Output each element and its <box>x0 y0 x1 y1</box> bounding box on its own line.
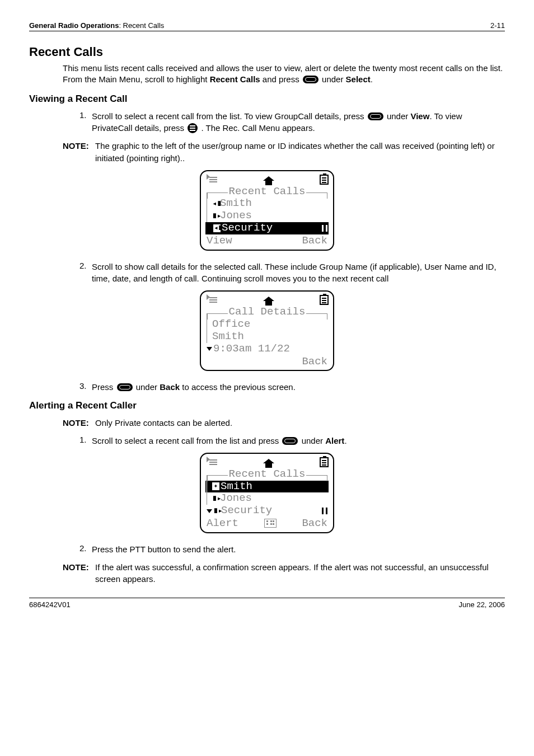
breadcrumb-section: General Radio Operations <box>29 21 119 30</box>
battery-icon <box>320 457 329 467</box>
softkey-icon <box>303 76 318 83</box>
page-title: Recent Calls <box>29 45 505 59</box>
step-text: under <box>134 382 160 392</box>
page-number: 2-11 <box>490 21 505 30</box>
note-1: NOTE: The graphic to the left of the use… <box>63 140 505 165</box>
step-text: under <box>299 436 325 445</box>
intro-paragraph: This menu lists recent calls received an… <box>63 63 505 86</box>
scroll-down-icon <box>207 347 212 351</box>
intro-bold-1: Recent Calls <box>210 74 260 84</box>
menu-grid-icon[interactable] <box>264 519 277 528</box>
subsection-alerting: Alerting a Recent Caller <box>29 400 505 411</box>
page-footer: 6864242V01 June 22, 2006 <box>29 598 505 609</box>
initiated-call-icon: ∎▸ <box>212 495 219 503</box>
softkey-right[interactable]: Back <box>302 518 327 530</box>
softkey-icon <box>368 112 383 120</box>
step-number: 3. <box>79 381 92 393</box>
screen-title: Recent Calls <box>229 468 306 481</box>
step-bold: Alert <box>325 436 344 445</box>
screen-title: Call Details <box>229 306 306 318</box>
page-header: General Radio Operations: Recent Calls 2… <box>29 21 505 31</box>
step-3: 3. Press under Back to access the previo… <box>79 381 505 393</box>
scroll-down-icon <box>207 509 212 513</box>
step-text: Scroll to select a recent call from the … <box>92 111 367 121</box>
note-body: The graphic to the left of the user/grou… <box>95 140 505 165</box>
detail-row: Smith <box>212 331 244 343</box>
softkey-left[interactable]: View <box>207 235 232 247</box>
step-bold: Back <box>160 382 180 392</box>
step-bold: View <box>410 111 429 121</box>
screen-title: Recent Calls <box>229 186 306 198</box>
note-label: NOTE: <box>63 417 95 429</box>
signal-icon <box>205 295 218 304</box>
step-text: . <box>344 436 346 445</box>
note-label: NOTE: <box>63 140 95 165</box>
battery-icon <box>320 295 329 305</box>
step-number: 1. <box>79 435 92 447</box>
softkey-left[interactable]: Alert <box>207 518 238 530</box>
note-label: NOTE: <box>63 561 95 586</box>
softkey-icon <box>282 437 298 445</box>
alert-step-1: 1. Scroll to select a recent call from t… <box>79 435 505 447</box>
step-text: under <box>385 111 411 121</box>
received-call-icon: ◂∎ <box>212 200 219 208</box>
step-2: 2. Scroll to show call details for the s… <box>79 261 505 285</box>
step-number: 2. <box>79 543 92 556</box>
private-call-icon: ✦ <box>212 482 219 490</box>
list-item: Jones <box>220 492 252 505</box>
received-call-icon: ◂∎ <box>213 224 221 232</box>
softkey-right[interactable]: Back <box>302 356 327 368</box>
doc-id: 6864242V01 <box>29 600 71 609</box>
note-body: If the alert was successful, a confirmat… <box>95 561 505 586</box>
scroll-down-icon <box>207 226 212 230</box>
detail-row: Office <box>212 318 250 331</box>
step-text: Press <box>92 382 116 392</box>
intro-text-2: and press <box>260 74 302 84</box>
battery-icon <box>320 175 329 185</box>
intro-text-3: under <box>320 74 346 84</box>
intro-bold-2: Select <box>346 74 371 84</box>
step-text: to access the previous screen. <box>180 382 296 392</box>
list-item: Security <box>221 505 322 517</box>
alert-step-2: 2. Press the PTT button to send the aler… <box>79 543 505 556</box>
step-number: 1. <box>79 110 92 135</box>
doc-date: June 22, 2006 <box>459 600 505 609</box>
detail-row: 9:03am 11/22 <box>213 343 290 355</box>
step-text: Scroll to select a recent call from the … <box>92 436 281 445</box>
note-body: Only Private contacts can be alerted. <box>95 417 505 429</box>
list-item-selected: Smith <box>221 481 327 493</box>
menu-icon <box>188 123 198 133</box>
breadcrumb: General Radio Operations: Recent Calls <box>29 21 164 30</box>
group-icon <box>322 224 327 232</box>
initiated-call-icon: ∎▸ <box>213 507 220 515</box>
subsection-viewing: Viewing a Recent Call <box>29 93 505 105</box>
step-text: Scroll to show call details for the sele… <box>92 261 505 285</box>
intro-text-4: . <box>371 74 373 84</box>
phone-screen-recent-calls: Recent Calls ◂∎Smith ∎▸Jones ◂∎Security … <box>200 170 334 251</box>
initiated-call-icon: ∎▸ <box>212 212 219 220</box>
softkey-icon <box>117 383 133 391</box>
note-3: NOTE: If the alert was successful, a con… <box>63 561 505 586</box>
list-item-selected: Security <box>222 222 322 234</box>
signal-icon <box>205 175 218 184</box>
list-item: Smith <box>220 198 252 210</box>
signal-icon <box>205 458 218 467</box>
step-number: 2. <box>79 261 92 285</box>
breadcrumb-page: : Recent Calls <box>119 21 164 30</box>
phone-screen-call-details: Call Details Office Smith 9:03am 11/22 B… <box>200 290 334 371</box>
step-1: 1. Scroll to select a recent call from t… <box>79 110 505 135</box>
step-text: . The Rec. Call Menu appears. <box>199 123 315 133</box>
note-2: NOTE: Only Private contacts can be alert… <box>63 417 505 429</box>
step-text: Press the PTT button to send the alert. <box>92 543 505 556</box>
list-item: Jones <box>220 210 252 222</box>
phone-screen-alert: Recent Calls ✦Smith ∎▸Jones ∎▸Security A… <box>200 453 334 533</box>
group-icon <box>322 507 327 515</box>
softkey-right[interactable]: Back <box>302 235 327 247</box>
